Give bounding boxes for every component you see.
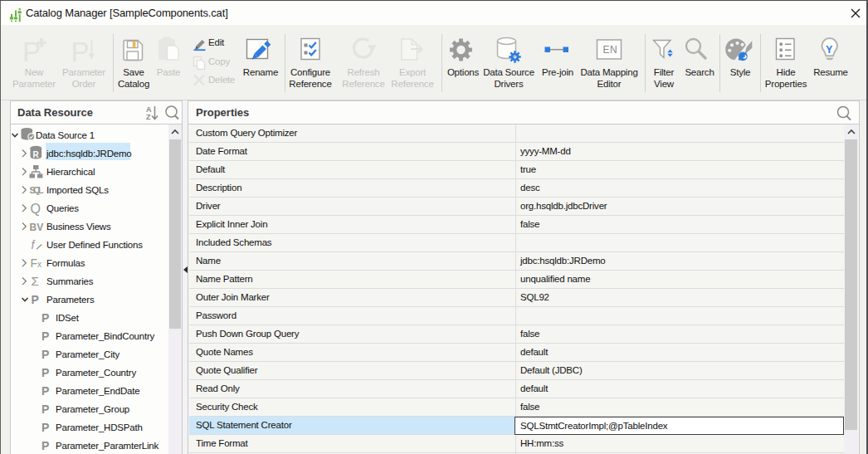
svg-text:P: P — [31, 293, 38, 306]
svg-text:BV: BV — [29, 222, 43, 233]
svg-text:SQL: SQL — [29, 185, 43, 195]
svg-text:R: R — [32, 150, 39, 159]
svg-text:P: P — [41, 421, 49, 434]
svg-text:P: P — [41, 384, 49, 398]
svg-text:f: f — [31, 238, 36, 251]
svg-text:P: P — [41, 330, 49, 343]
svg-text:Y: Y — [826, 44, 832, 56]
svg-text:P: P — [71, 37, 90, 67]
svg-text:Q: Q — [30, 202, 40, 216]
svg-text:x: x — [37, 260, 41, 269]
svg-text:EN: EN — [603, 44, 618, 56]
svg-text:P: P — [41, 311, 49, 325]
svg-text:P: P — [41, 366, 49, 379]
svg-text:P: P — [22, 37, 41, 67]
svg-text:P: P — [41, 348, 49, 361]
svg-text:P: P — [41, 439, 49, 452]
svg-text:F: F — [30, 256, 37, 270]
svg-text:Σ: Σ — [31, 274, 38, 288]
svg-text:P: P — [41, 403, 49, 416]
